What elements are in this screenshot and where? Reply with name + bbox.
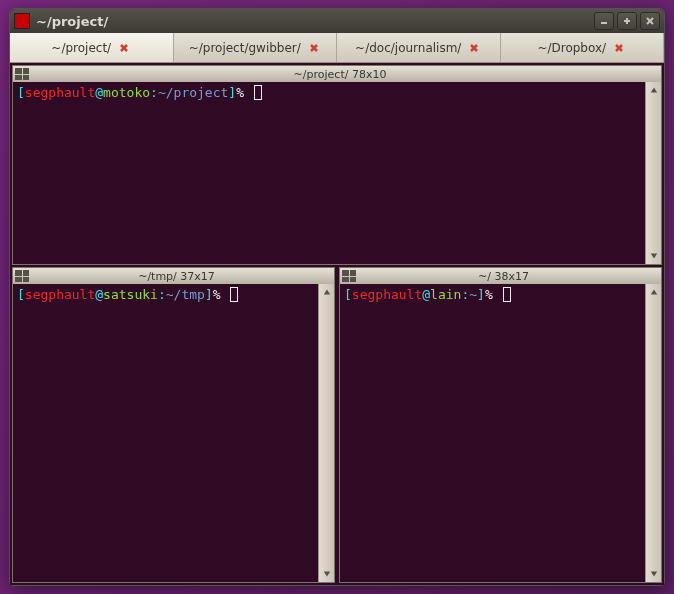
scroll-up-icon[interactable] bbox=[319, 284, 334, 300]
terminal-pane-top[interactable]: ~/project/ 78x10 [segphault@motoko:~/pro… bbox=[12, 65, 662, 265]
terminal-pane-right[interactable]: ~/ 38x17 [segphault@lain:~]% bbox=[339, 267, 662, 583]
maximize-button[interactable] bbox=[617, 12, 637, 30]
svg-marker-15 bbox=[323, 290, 329, 295]
scroll-up-icon[interactable] bbox=[646, 82, 661, 98]
scroll-track[interactable] bbox=[646, 300, 661, 566]
pane-header: ~/ 38x17 bbox=[340, 268, 661, 284]
svg-marker-16 bbox=[323, 572, 329, 577]
pane-title: ~/tmp/ 37x17 bbox=[33, 270, 334, 283]
titlebar[interactable]: ~/project/ bbox=[10, 9, 664, 33]
tab-project[interactable]: ~/project/ bbox=[10, 33, 174, 62]
app-icon bbox=[14, 13, 30, 29]
tab-journalism[interactable]: ~/doc/journalism/ bbox=[337, 33, 501, 62]
tab-dropbox[interactable]: ~/Dropbox/ bbox=[501, 33, 665, 62]
terminal-window: ~/project/ ~/project/ ~/project/gwibber/… bbox=[9, 8, 665, 586]
tab-close-icon[interactable] bbox=[612, 41, 626, 55]
tab-close-icon[interactable] bbox=[467, 41, 481, 55]
pane-title: ~/ 38x17 bbox=[360, 270, 661, 283]
scroll-down-icon[interactable] bbox=[319, 566, 334, 582]
tab-close-icon[interactable] bbox=[117, 41, 131, 55]
terminal-pane-left[interactable]: ~/tmp/ 37x17 [segphault@satsuki:~/tmp]% bbox=[12, 267, 335, 583]
terminal-output[interactable]: [segphault@motoko:~/project]% bbox=[13, 82, 661, 264]
window-title: ~/project/ bbox=[36, 14, 591, 29]
scrollbar[interactable] bbox=[645, 284, 661, 582]
pane-header: ~/project/ 78x10 bbox=[13, 66, 661, 82]
tab-bar: ~/project/ ~/project/gwibber/ ~/doc/jour… bbox=[10, 33, 664, 63]
svg-marker-18 bbox=[650, 572, 656, 577]
split-icon bbox=[15, 270, 29, 282]
pane-header: ~/tmp/ 37x17 bbox=[13, 268, 334, 284]
scroll-down-icon[interactable] bbox=[646, 566, 661, 582]
cursor bbox=[503, 287, 511, 302]
tab-label: ~/project/ bbox=[51, 41, 111, 55]
tab-label: ~/doc/journalism/ bbox=[355, 41, 461, 55]
scrollbar[interactable] bbox=[318, 284, 334, 582]
split-icon bbox=[15, 68, 29, 80]
tab-close-icon[interactable] bbox=[307, 41, 321, 55]
tab-label: ~/Dropbox/ bbox=[537, 41, 606, 55]
minimize-button[interactable] bbox=[594, 12, 614, 30]
scrollbar[interactable] bbox=[645, 82, 661, 264]
scroll-track[interactable] bbox=[319, 300, 334, 566]
terminal-output[interactable]: [segphault@lain:~]% bbox=[340, 284, 661, 582]
terminal-output[interactable]: [segphault@satsuki:~/tmp]% bbox=[13, 284, 334, 582]
pane-row: ~/tmp/ 37x17 [segphault@satsuki:~/tmp]% … bbox=[12, 267, 662, 583]
split-icon bbox=[342, 270, 356, 282]
scroll-down-icon[interactable] bbox=[646, 248, 661, 264]
svg-marker-13 bbox=[650, 88, 656, 93]
scroll-track[interactable] bbox=[646, 98, 661, 248]
tab-label: ~/project/gwibber/ bbox=[189, 41, 301, 55]
cursor bbox=[254, 85, 262, 100]
close-button[interactable] bbox=[640, 12, 660, 30]
svg-marker-14 bbox=[650, 254, 656, 259]
tab-gwibber[interactable]: ~/project/gwibber/ bbox=[174, 33, 338, 62]
cursor bbox=[230, 287, 238, 302]
scroll-up-icon[interactable] bbox=[646, 284, 661, 300]
pane-title: ~/project/ 78x10 bbox=[33, 68, 661, 81]
pane-container: ~/project/ 78x10 [segphault@motoko:~/pro… bbox=[10, 63, 664, 585]
svg-marker-17 bbox=[650, 290, 656, 295]
